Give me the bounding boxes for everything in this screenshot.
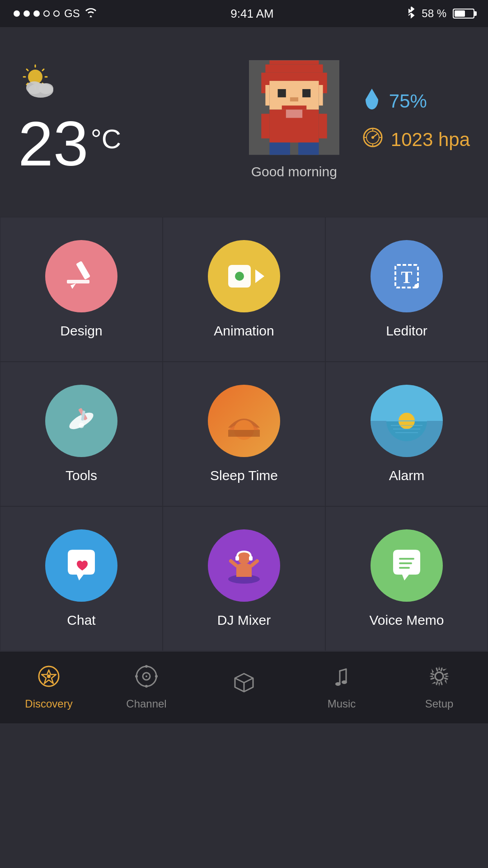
- channel-nav-icon: [135, 665, 158, 693]
- svg-point-83: [135, 675, 138, 678]
- humidity-icon: [362, 87, 382, 116]
- svg-point-50: [414, 284, 419, 288]
- setup-nav-label: Setup: [425, 698, 454, 710]
- svg-rect-16: [265, 65, 323, 73]
- animation-label: Animation: [214, 323, 274, 339]
- battery-bar: [453, 9, 474, 19]
- weather-section: 23 °C: [0, 27, 488, 217]
- temp-unit: °C: [91, 126, 121, 153]
- svg-rect-67: [235, 556, 239, 561]
- nav-discovery[interactable]: Discovery: [13, 665, 85, 710]
- temperature-display: 23 °C: [18, 112, 226, 175]
- app-sleeptime[interactable]: Sleep Time: [163, 362, 325, 506]
- svg-rect-15: [269, 60, 319, 64]
- nav-store[interactable]: [208, 671, 280, 704]
- dot5: [53, 10, 60, 17]
- battery-indicator: [453, 9, 474, 19]
- svg-rect-17: [261, 73, 327, 81]
- status-bar: GS 9:41 AM 58 %: [0, 0, 488, 27]
- app-animation[interactable]: Animation: [163, 217, 325, 362]
- pressure-row: 1023 hpa: [362, 127, 470, 153]
- wifi-icon: [84, 7, 97, 20]
- nav-setup[interactable]: Setup: [403, 665, 475, 710]
- app-grid: Design Animation T Leditor: [0, 217, 488, 651]
- chat-label: Chat: [67, 613, 95, 628]
- svg-rect-42: [67, 280, 89, 283]
- svg-rect-23: [277, 89, 286, 97]
- nav-music[interactable]: Music: [305, 665, 378, 710]
- svg-line-69: [231, 561, 236, 566]
- svg-rect-26: [282, 105, 307, 109]
- voicememo-label: Voice Memo: [369, 613, 444, 628]
- svg-line-86: [235, 678, 244, 683]
- chat-icon-circle: [45, 529, 117, 602]
- setup-nav-icon: [427, 665, 451, 693]
- humidity-value: 75%: [389, 90, 427, 112]
- sleeptime-icon-circle: [208, 385, 280, 457]
- animation-icon-circle: [208, 240, 280, 312]
- svg-rect-30: [286, 110, 302, 118]
- svg-line-7: [27, 69, 28, 71]
- voicememo-icon-circle: [371, 529, 443, 602]
- svg-line-9: [42, 69, 44, 71]
- svg-point-80: [145, 665, 148, 668]
- svg-point-79: [145, 675, 147, 677]
- svg-point-82: [145, 685, 148, 688]
- app-tools[interactable]: Tools: [0, 362, 163, 506]
- app-djmixer[interactable]: DJ Mixer: [163, 506, 325, 651]
- humidity-row: 75%: [362, 87, 470, 116]
- leditor-icon-circle: T: [371, 240, 443, 312]
- dot2: [23, 10, 30, 17]
- svg-rect-28: [261, 114, 269, 139]
- weather-icon: [18, 64, 63, 108]
- discovery-nav-label: Discovery: [25, 698, 72, 710]
- svg-text:T: T: [401, 268, 412, 287]
- svg-marker-47: [255, 269, 264, 283]
- pressure-icon: [362, 127, 384, 153]
- svg-rect-56: [228, 430, 260, 437]
- app-leditor[interactable]: T Leditor: [325, 217, 488, 362]
- design-label: Design: [60, 323, 102, 339]
- svg-rect-31: [269, 142, 290, 155]
- status-left: GS: [14, 7, 97, 20]
- dot1: [14, 10, 20, 17]
- dot3: [33, 10, 40, 17]
- nav-channel[interactable]: Channel: [110, 665, 183, 710]
- sleeptime-label: Sleep Time: [210, 468, 278, 483]
- pixel-character: [249, 60, 339, 155]
- tools-icon-circle: [45, 385, 117, 457]
- svg-rect-25: [290, 97, 298, 101]
- svg-line-90: [340, 669, 346, 671]
- discovery-nav-icon: [37, 665, 61, 693]
- app-alarm[interactable]: Alarm: [325, 362, 488, 506]
- bluetooth-icon: [407, 6, 415, 21]
- app-voicememo[interactable]: Voice Memo: [325, 506, 488, 651]
- svg-point-94: [435, 672, 443, 680]
- channel-nav-label: Channel: [126, 698, 166, 710]
- svg-line-70: [252, 561, 257, 566]
- svg-point-91: [335, 682, 341, 686]
- status-time: 9:41 AM: [230, 7, 273, 21]
- leditor-label: Leditor: [386, 323, 427, 339]
- svg-rect-68: [249, 556, 253, 561]
- svg-rect-20: [269, 81, 319, 110]
- alarm-icon-circle: [371, 385, 443, 457]
- svg-line-87: [244, 678, 253, 683]
- app-chat[interactable]: Chat: [0, 506, 163, 651]
- svg-point-13: [39, 83, 53, 94]
- djmixer-label: DJ Mixer: [217, 613, 271, 628]
- svg-rect-29: [319, 114, 327, 139]
- temp-value: 23: [18, 112, 89, 175]
- design-icon-circle: [45, 240, 117, 312]
- svg-point-76: [47, 675, 51, 678]
- svg-rect-21: [265, 85, 269, 105]
- djmixer-icon-circle: [208, 529, 280, 602]
- store-nav-icon: [232, 671, 256, 699]
- music-nav-icon: [330, 665, 353, 693]
- svg-rect-22: [319, 85, 323, 105]
- carrier-label: GS: [64, 7, 80, 20]
- weather-left: 23 °C: [18, 64, 226, 175]
- app-design[interactable]: Design: [0, 217, 163, 362]
- tools-label: Tools: [66, 468, 97, 483]
- svg-rect-43: [76, 261, 90, 280]
